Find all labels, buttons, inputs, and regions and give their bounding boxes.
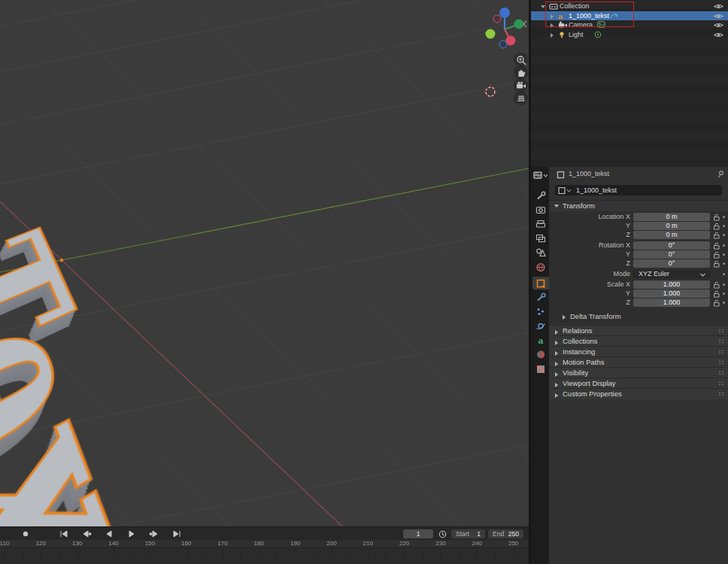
properties-tab-view-layer[interactable]: [532, 232, 549, 245]
panel-drag-dots[interactable]: [718, 381, 724, 386]
properties-tab-output[interactable]: [532, 218, 549, 231]
outliner-editor[interactable]: Collectiona1_1000_tekstCameraLight: [531, 0, 728, 167]
scale-z-row: Z1.000: [549, 299, 728, 307]
scale-y-field[interactable]: 1.000: [633, 290, 710, 298]
next-keyframe-button[interactable]: [144, 529, 164, 538]
animate-decorator-dot[interactable]: [723, 244, 725, 247]
axis-neg-z-handle: [499, 41, 507, 48]
previous-keyframe-button[interactable]: [77, 529, 96, 538]
timeline-editor[interactable]: 1 Start 1 End 250 1101201301401501601701…: [0, 526, 529, 564]
rotation-mode-dropdown[interactable]: XYZ Euler: [633, 270, 710, 278]
properties-tab-object[interactable]: [532, 277, 549, 290]
ruler-tick-label: 220: [399, 540, 409, 547]
properties-tab-texture[interactable]: [532, 362, 549, 375]
timeline-ruler[interactable]: 1101201301401501601701801902002102202302…: [0, 540, 529, 547]
lock-icon[interactable]: [713, 232, 720, 241]
properties-editor-icon: [532, 170, 548, 180]
location-label: Y: [549, 222, 630, 230]
viewport-display-panel-header[interactable]: Viewport Display: [549, 378, 728, 389]
animate-decorator-dot[interactable]: [723, 262, 725, 265]
use-preview-range-button[interactable]: [436, 529, 448, 538]
animate-decorator-dot[interactable]: [723, 234, 725, 236]
frame-end-field[interactable]: End 250: [488, 529, 523, 538]
delta-transform-panel-header[interactable]: Delta Transform: [549, 312, 728, 322]
panel-drag-dots[interactable]: [718, 392, 724, 396]
text-object-icon: a: [558, 12, 563, 21]
rotation-x-field[interactable]: 0°: [633, 241, 710, 250]
panel-drag-dots[interactable]: [718, 371, 724, 375]
properties-tab-scene[interactable]: [532, 247, 549, 259]
hide-in-viewport-toggle[interactable]: [714, 32, 723, 41]
object-name-field[interactable]: 1_1000_tekst: [555, 185, 722, 196]
motion-paths-panel-header[interactable]: Motion Paths: [549, 356, 728, 368]
auto-keying-button[interactable]: [20, 529, 32, 538]
editor-type-button[interactable]: [532, 170, 548, 180]
animate-decorator-dot[interactable]: [723, 273, 725, 275]
animate-decorator-dot[interactable]: [723, 225, 725, 227]
properties-tab-material[interactable]: [532, 348, 549, 361]
region-expand-arrow[interactable]: [522, 20, 528, 29]
text-object-label[interactable]: Text: [0, 218, 254, 526]
breadcrumb-object-name[interactable]: 1_1000_tekst: [569, 170, 609, 177]
properties-tab-world[interactable]: [532, 261, 549, 274]
rotation-z-field[interactable]: 0°: [633, 259, 710, 268]
properties-tab-modifiers[interactable]: [532, 291, 549, 304]
toggle-perspective-button[interactable]: [514, 91, 528, 105]
lock-icon[interactable]: [713, 260, 720, 269]
frame-start-field[interactable]: Start 1: [451, 529, 485, 538]
properties-tab-particles[interactable]: [532, 305, 549, 318]
play-reverse-button[interactable]: [99, 529, 119, 538]
outliner-row-collection[interactable]: Collection: [531, 2, 728, 11]
custom-properties-panel-header[interactable]: Custom Properties: [549, 388, 728, 399]
play-button[interactable]: [122, 529, 141, 538]
jump-to-start-button[interactable]: [54, 529, 74, 538]
scale-label: Scale X: [549, 280, 630, 289]
lock-icon[interactable]: [713, 214, 720, 223]
animate-decorator-dot[interactable]: [723, 253, 725, 256]
outliner-row-light[interactable]: Light: [531, 30, 728, 40]
location-x-field[interactable]: 0 m: [633, 213, 710, 221]
animate-decorator-dot[interactable]: [723, 293, 725, 295]
animate-decorator-dot[interactable]: [723, 302, 725, 304]
current-frame-field[interactable]: 1: [403, 529, 433, 538]
lock-icon[interactable]: [713, 251, 720, 260]
outliner-row-camera[interactable]: Camera: [531, 20, 728, 30]
lock-icon[interactable]: [713, 299, 720, 308]
outliner-row-1-1000-tekst[interactable]: a1_1000_tekst: [531, 11, 728, 21]
text-object-3d[interactable]: Text: [0, 105, 529, 526]
location-z-field[interactable]: 0 m: [633, 231, 710, 239]
track-gridline: [514, 548, 514, 564]
panel-drag-dots[interactable]: [718, 350, 724, 354]
timeline-tracks[interactable]: [0, 547, 529, 564]
properties-tab-physics[interactable]: [532, 320, 549, 332]
svg-text:a: a: [538, 336, 544, 346]
scale-z-field[interactable]: 1.000: [633, 299, 710, 307]
relations-panel-header[interactable]: Relations: [549, 325, 728, 336]
panel-drag-dots[interactable]: [718, 329, 724, 333]
lock-icon[interactable]: [713, 281, 720, 290]
transform-panel-header[interactable]: Transform: [549, 200, 728, 211]
scale-x-field[interactable]: 1.000: [633, 280, 710, 289]
properties-tab-render[interactable]: [532, 204, 549, 217]
location-y-field[interactable]: 0 m: [633, 222, 710, 230]
collections-panel-header[interactable]: Collections: [549, 335, 728, 347]
visibility-panel-header[interactable]: Visibility: [549, 367, 728, 378]
lock-icon[interactable]: [713, 242, 720, 251]
properties-tab-object-data[interactable]: a: [532, 334, 549, 347]
jump-to-end-button[interactable]: [167, 529, 187, 538]
lock-icon[interactable]: [713, 290, 720, 299]
pin-icon[interactable]: [716, 170, 724, 178]
3d-viewport[interactable]: Text: [0, 0, 529, 526]
previous-keyframe-icon: [81, 529, 92, 538]
properties-tab-tool[interactable]: [532, 190, 549, 202]
rotation-y-field[interactable]: 0°: [633, 250, 710, 259]
disclosure-closed-icon[interactable]: [549, 32, 555, 41]
animate-decorator-dot[interactable]: [723, 284, 725, 286]
instancing-panel-header[interactable]: Instancing: [549, 346, 728, 357]
panel-drag-dots[interactable]: [718, 339, 724, 344]
animate-decorator-dot[interactable]: [723, 216, 725, 218]
panel-drag-dots[interactable]: [718, 360, 724, 365]
object-type-dropdown-icon[interactable]: [558, 187, 573, 194]
lock-icon[interactable]: [713, 223, 720, 232]
delta-transform-label: Delta Transform: [570, 312, 621, 320]
